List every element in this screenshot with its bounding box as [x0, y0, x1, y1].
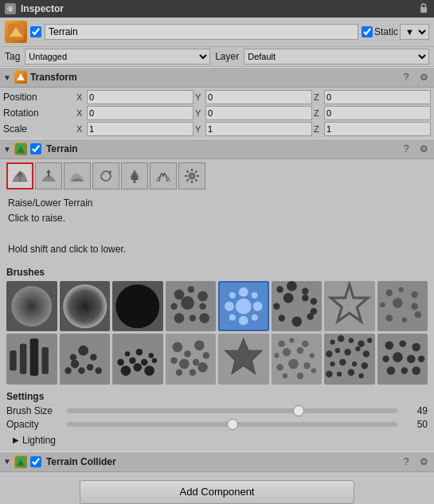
svg-rect-67 — [10, 350, 16, 370]
brush-item[interactable] — [60, 334, 111, 385]
svg-point-46 — [276, 286, 283, 292]
svg-point-118 — [326, 350, 332, 357]
paint-texture-tool-btn[interactable] — [92, 162, 119, 189]
svg-point-87 — [136, 349, 143, 355]
terrain-info-btn[interactable]: ? — [399, 142, 413, 156]
svg-point-111 — [282, 373, 287, 378]
svg-point-102 — [302, 341, 308, 347]
brushes-section: Brushes — [0, 264, 434, 388]
rotation-x-input[interactable] — [87, 106, 194, 120]
lock-icon[interactable] — [418, 2, 429, 16]
terrain-collider-checkbox[interactable] — [30, 456, 41, 467]
static-checkbox[interactable] — [362, 26, 373, 37]
brush-size-label: Brush Size — [6, 405, 62, 416]
transform-info-btn[interactable]: ? — [399, 70, 413, 84]
layer-select[interactable]: Default — [244, 49, 429, 64]
svg-point-47 — [287, 281, 297, 291]
svg-point-100 — [278, 341, 284, 347]
svg-point-27 — [115, 284, 159, 328]
rotation-x-axis: X — [76, 108, 85, 118]
rotation-y-input[interactable] — [205, 106, 312, 120]
position-z-axis: Z — [314, 92, 323, 102]
raise-lower-tool-btn[interactable] — [6, 162, 33, 189]
svg-point-108 — [288, 359, 299, 369]
brush-item[interactable] — [6, 334, 57, 385]
svg-point-130 — [358, 373, 363, 378]
svg-point-50 — [273, 303, 280, 309]
position-x-input[interactable] — [87, 90, 194, 104]
svg-point-112 — [296, 373, 303, 379]
svg-point-75 — [78, 346, 88, 356]
brush-item[interactable] — [324, 281, 375, 332]
inspector-title: Inspector — [21, 3, 64, 14]
rotation-y-field: Y — [195, 106, 312, 120]
static-dropdown[interactable]: ▼ — [400, 24, 429, 40]
rotation-z-input[interactable] — [324, 106, 431, 120]
scale-y-input[interactable] — [205, 122, 312, 136]
transform-section-header[interactable]: ▼ Transform ? ⚙ — [0, 67, 434, 88]
inspector-body: Static ▼ Tag Untagged Layer Default ▼ Tr… — [0, 18, 434, 504]
lighting-row[interactable]: ▶ Lighting — [6, 432, 428, 448]
position-z-input[interactable] — [324, 90, 431, 104]
opacity-slider[interactable] — [67, 422, 397, 427]
brush-item[interactable] — [166, 334, 217, 385]
scale-z-input[interactable] — [324, 122, 431, 136]
terrain-section-header[interactable]: ▼ Terrain ? ⚙ — [0, 139, 434, 159]
brush-item[interactable] — [272, 281, 323, 332]
object-active-checkbox[interactable] — [30, 26, 41, 37]
smooth-tool-btn[interactable] — [64, 162, 91, 189]
brush-item[interactable] — [377, 334, 428, 385]
opacity-label: Opacity — [6, 419, 62, 430]
brush-item[interactable] — [272, 334, 323, 385]
brush-item[interactable] — [377, 281, 428, 332]
opacity-thumb[interactable] — [227, 419, 238, 430]
terrain-collider-icon — [14, 455, 27, 468]
scale-y-field: Y — [195, 122, 312, 136]
terrain-description: Raise/Lower Terrain Click to raise. Hold… — [0, 193, 434, 264]
brush-item[interactable] — [112, 281, 163, 332]
position-y-input[interactable] — [205, 90, 312, 104]
brush-item[interactable] — [60, 281, 111, 332]
brush-item[interactable] — [6, 281, 57, 332]
terrain-collider-header[interactable]: ▼ Terrain Collider ? ⚙ — [0, 451, 434, 472]
position-y-axis: Y — [195, 92, 204, 102]
terrain-gear-btn[interactable]: ⚙ — [416, 142, 431, 156]
terrain-arrow: ▼ — [3, 145, 11, 154]
scale-x-input[interactable] — [87, 122, 194, 136]
settings-tool-btn[interactable] — [178, 162, 205, 189]
brush-item-selected[interactable] — [218, 281, 269, 332]
svg-point-60 — [411, 291, 417, 297]
svg-point-94 — [178, 359, 189, 369]
svg-marker-99 — [225, 339, 262, 374]
brush-item[interactable] — [324, 334, 375, 385]
object-name-input[interactable] — [45, 24, 358, 40]
svg-point-53 — [278, 315, 284, 321]
terrain-active-checkbox[interactable] — [30, 143, 41, 154]
static-section: Static ▼ — [362, 24, 429, 40]
brush-item[interactable] — [166, 281, 217, 332]
svg-line-22 — [195, 179, 197, 181]
tag-select[interactable]: Untagged — [25, 49, 210, 64]
brush-size-thumb[interactable] — [293, 405, 304, 416]
terrain-collider-gear-btn[interactable]: ⚙ — [416, 455, 431, 469]
details-tool-btn[interactable] — [150, 162, 177, 189]
svg-point-45 — [252, 314, 258, 320]
trees-tool-btn[interactable] — [121, 162, 148, 189]
svg-rect-15 — [134, 180, 136, 183]
svg-point-104 — [282, 348, 291, 357]
position-x-field: X — [76, 90, 194, 104]
brush-item[interactable] — [218, 334, 269, 385]
add-component-button[interactable]: Add Component — [80, 480, 354, 504]
svg-point-90 — [184, 350, 190, 357]
svg-point-132 — [399, 341, 405, 347]
layer-label: Layer — [215, 51, 239, 62]
transform-gear-btn[interactable]: ⚙ — [416, 70, 431, 84]
paint-height-tool-btn[interactable] — [35, 162, 62, 189]
terrain-collider-info-btn[interactable]: ? — [399, 455, 413, 469]
brush-item[interactable] — [112, 334, 163, 385]
svg-point-136 — [407, 355, 416, 364]
svg-point-62 — [393, 298, 403, 308]
brush-size-slider[interactable] — [67, 408, 397, 413]
svg-point-86 — [125, 351, 130, 356]
rotation-x-field: X — [76, 106, 194, 120]
